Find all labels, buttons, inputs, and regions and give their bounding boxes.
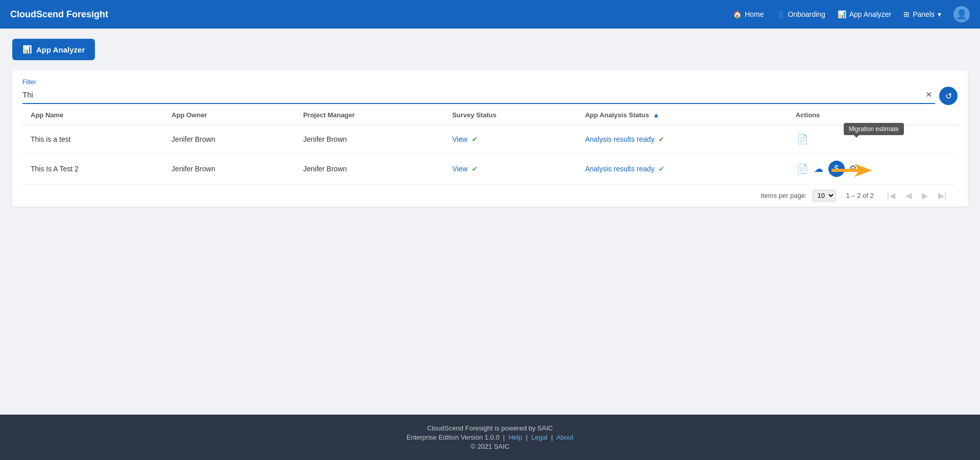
items-per-page-select[interactable]: 10 25 50 xyxy=(813,190,836,201)
nav-app-analyzer[interactable]: 📊 App Analyzer xyxy=(838,10,892,18)
next-page-button[interactable]: ▶ xyxy=(919,190,931,201)
header-nav: 🏠 Home 👤 Onboarding 📊 App Analyzer ⊞ Pan… xyxy=(733,6,970,22)
cell-actions: 📄 ☁ $ ⚙ xyxy=(788,154,958,185)
footer-powered-by: CloudScend Foresight is powered by SAIC xyxy=(8,424,972,432)
cell-analysis-status: Analysis results ready ✔ xyxy=(577,125,787,154)
cell-survey-status: View ✔ xyxy=(444,125,577,154)
cell-app-name: This is a test xyxy=(22,125,163,154)
survey-view-link[interactable]: View xyxy=(452,135,468,143)
col-app-name: App Name xyxy=(22,105,163,125)
onboarding-icon: 👤 xyxy=(776,10,785,18)
col-actions: Actions xyxy=(788,105,958,125)
document-button[interactable]: 📄 xyxy=(796,133,809,146)
analysis-results-link[interactable]: Analysis results ready xyxy=(585,135,654,143)
footer: CloudScend Foresight is powered by SAIC … xyxy=(0,415,980,460)
chevron-down-icon: ▾ xyxy=(938,10,941,18)
arrow-annotation xyxy=(826,163,872,180)
migration-estimate-tooltip: Migration estimate xyxy=(844,123,904,135)
pagination: Items per page: 10 25 50 1 – 2 of 2 |◀ ◀… xyxy=(22,184,958,207)
footer-about-link[interactable]: About xyxy=(556,433,574,441)
upload-button[interactable]: ☁ xyxy=(813,162,824,175)
svg-marker-0 xyxy=(831,164,872,177)
prev-page-button[interactable]: ◀ xyxy=(902,190,915,201)
panels-icon: ⊞ xyxy=(903,10,910,18)
page-content: 📊 App Analyzer Filter ✕ ↺ App Name App O… xyxy=(0,29,980,415)
home-icon: 🏠 xyxy=(733,10,742,18)
filter-label: Filter xyxy=(22,79,958,86)
footer-legal-link[interactable]: Legal xyxy=(531,433,548,441)
analysis-check-icon: ✔ xyxy=(658,135,665,143)
account-icon: 👤 xyxy=(956,9,967,20)
cell-app-owner: Jenifer Brown xyxy=(163,154,295,185)
cell-actions: 📄 Migration estimate xyxy=(788,125,958,154)
app-analyzer-button[interactable]: 📊 App Analyzer xyxy=(12,39,95,60)
col-analysis-status[interactable]: App Analysis Status ▲ xyxy=(577,105,787,125)
cell-app-owner: Jenifer Brown xyxy=(163,125,295,154)
analysis-check-icon: ✔ xyxy=(658,165,665,173)
survey-check-icon: ✔ xyxy=(472,135,478,143)
header: CloudScend Foresight 🏠 Home 👤 Onboarding… xyxy=(0,0,980,29)
filter-clear-button[interactable]: ✕ xyxy=(922,90,935,99)
document-button-row2[interactable]: 📄 xyxy=(796,162,809,175)
nav-home[interactable]: 🏠 Home xyxy=(733,10,764,18)
filter-refresh-button[interactable]: ↺ xyxy=(939,87,958,105)
nav-panels[interactable]: ⊞ Panels ▾ xyxy=(903,10,941,18)
page-range: 1 – 2 of 2 xyxy=(846,192,873,199)
table-row: This is a test Jenifer Brown Jenifer Bro… xyxy=(22,125,958,154)
col-survey-status: Survey Status xyxy=(444,105,577,125)
cell-analysis-status: Analysis results ready ✔ xyxy=(577,154,787,185)
filter-input[interactable] xyxy=(22,88,922,101)
actions-container-row2: 📄 ☁ $ ⚙ xyxy=(796,161,949,177)
first-page-button[interactable]: |◀ xyxy=(884,190,898,201)
analysis-results-link[interactable]: Analysis results ready xyxy=(585,165,654,173)
col-app-owner: App Owner xyxy=(163,105,295,125)
apps-table: App Name App Owner Project Manager Surve… xyxy=(22,105,958,184)
nav-onboarding[interactable]: 👤 Onboarding xyxy=(776,10,825,18)
col-project-manager: Project Manager xyxy=(295,105,444,125)
survey-view-link[interactable]: View xyxy=(452,165,468,173)
cell-app-name: This Is A Test 2 xyxy=(22,154,163,185)
last-page-button[interactable]: ▶| xyxy=(935,190,949,201)
footer-help-link[interactable]: Help xyxy=(508,433,522,441)
footer-edition-links: Enterprise Edition Version 1.0.0 | Help … xyxy=(8,433,972,441)
sort-up-icon: ▲ xyxy=(653,111,659,119)
items-per-page-label: Items per page: xyxy=(761,192,806,199)
footer-copyright: © 2021 SAIC xyxy=(8,443,972,450)
upload-icon: ☁ xyxy=(814,163,823,174)
refresh-icon: ↺ xyxy=(945,91,952,101)
actions-container: 📄 Migration estimate xyxy=(796,133,949,146)
survey-check-icon: ✔ xyxy=(472,165,478,173)
document-icon: 📄 xyxy=(797,134,808,145)
document-icon: 📄 xyxy=(797,163,808,174)
brand-title: CloudScend Foresight xyxy=(10,9,733,20)
cell-project-manager: Jenifer Brown xyxy=(295,125,444,154)
table-card: Filter ✕ ↺ App Name App Owner Project Ma… xyxy=(12,70,968,207)
cell-survey-status: View ✔ xyxy=(444,154,577,185)
cell-project-manager: Jenifer Brown xyxy=(295,154,444,185)
user-avatar[interactable]: 👤 xyxy=(953,6,970,22)
bar-chart-icon: 📊 xyxy=(22,45,32,54)
table-row: This Is A Test 2 Jenifer Brown Jenifer B… xyxy=(22,154,958,185)
app-analyzer-icon: 📊 xyxy=(838,10,846,18)
